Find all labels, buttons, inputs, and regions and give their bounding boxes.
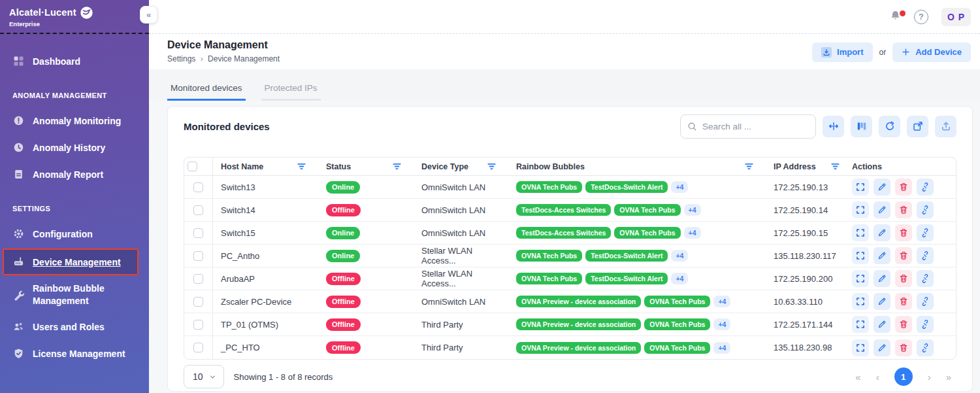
notifications-button[interactable] [890, 10, 901, 24]
status-badge: Offline [326, 296, 361, 308]
device-type-cell: Stellar WLAN Access... [414, 269, 508, 288]
more-bubbles-badge[interactable]: +4 [713, 296, 730, 307]
expand-row-button[interactable] [852, 179, 869, 196]
sidebar-item-users-and-roles[interactable]: Users and Roles [0, 313, 149, 340]
expand-row-button[interactable] [852, 201, 869, 218]
filter-icon[interactable] [830, 162, 840, 171]
sidebar-item-rainbow-bubble-management[interactable]: Rainbow Bubble Management [0, 277, 149, 313]
sidebar-item-configuration[interactable]: Configuration [0, 220, 149, 247]
fit-columns-button[interactable] [823, 116, 844, 137]
edit-device-button[interactable] [874, 316, 890, 333]
more-bubbles-badge[interactable]: +4 [713, 318, 730, 330]
expand-row-button[interactable] [852, 270, 869, 287]
add-device-button[interactable]: Add Device [892, 43, 971, 62]
delete-device-button[interactable] [895, 201, 912, 218]
more-bubbles-badge[interactable]: +4 [671, 273, 688, 284]
more-bubbles-badge[interactable]: +4 [684, 227, 701, 239]
search-input[interactable] [702, 122, 809, 131]
search-icon [687, 122, 697, 131]
table-row: Switch13 Online OmniSwitch LAN OVNA Tech… [184, 176, 956, 199]
sidebar-item-device-management[interactable]: Device Management [3, 248, 139, 275]
more-bubbles-badge[interactable]: +4 [671, 250, 688, 262]
filter-icon[interactable] [487, 162, 497, 171]
more-bubbles-badge[interactable]: +4 [671, 181, 688, 193]
current-page-button[interactable]: 1 [894, 367, 913, 386]
expand-row-button[interactable] [852, 247, 869, 264]
row-checkbox[interactable] [193, 343, 203, 352]
edit-device-button[interactable] [874, 201, 890, 218]
sidebar-item-license-management[interactable]: License Management [0, 340, 149, 367]
sidebar-collapse-button[interactable]: « [140, 6, 157, 24]
row-checkbox[interactable] [193, 182, 203, 192]
delete-device-button[interactable] [895, 179, 912, 196]
prev-page-button[interactable]: ‹ [876, 371, 879, 383]
user-avatar[interactable]: O P [941, 8, 971, 26]
unlink-device-button[interactable] [917, 224, 934, 241]
edit-device-button[interactable] [874, 247, 890, 264]
expand-row-button[interactable] [852, 339, 869, 356]
row-checkbox[interactable] [193, 320, 203, 330]
edit-device-button[interactable] [874, 293, 890, 310]
delete-device-button[interactable] [895, 316, 912, 333]
edit-device-button[interactable] [874, 179, 890, 196]
first-page-button[interactable]: « [855, 371, 860, 383]
delete-device-button[interactable] [895, 247, 912, 264]
breadcrumb-settings[interactable]: Settings [167, 54, 195, 63]
unlink-device-button[interactable] [917, 293, 934, 310]
expand-row-button[interactable] [852, 316, 869, 333]
delete-device-button[interactable] [895, 339, 912, 356]
sidebar-item-anomaly-report[interactable]: Anomaly Report [0, 161, 149, 188]
sidebar-item-anomaly-history[interactable]: Anomaly History [0, 134, 149, 161]
row-checkbox[interactable] [193, 297, 203, 307]
columns-button[interactable] [851, 116, 872, 137]
wrench-icon [13, 290, 24, 301]
filter-icon[interactable] [392, 162, 402, 171]
next-page-button[interactable]: › [928, 371, 931, 383]
device-type-cell: OmniSwitch LAN [414, 205, 508, 215]
table-toolbar [680, 114, 956, 139]
filter-icon[interactable] [744, 162, 754, 171]
unlink-device-button[interactable] [917, 179, 934, 196]
rainbow-bubble-badge: OVNA Tech Pubs [516, 250, 582, 262]
last-page-button[interactable]: » [946, 371, 951, 383]
refresh-button[interactable] [879, 116, 900, 137]
filter-icon[interactable] [297, 162, 306, 171]
unlink-device-button[interactable] [917, 270, 934, 287]
sidebar-item-dashboard[interactable]: Dashboard [0, 48, 149, 75]
more-bubbles-badge[interactable]: +4 [684, 204, 701, 216]
expand-icon [856, 343, 865, 352]
unlink-device-button[interactable] [917, 339, 934, 356]
more-bubbles-badge[interactable]: +4 [713, 342, 730, 354]
row-checkbox[interactable] [193, 228, 203, 238]
edit-device-button[interactable] [874, 270, 890, 287]
page-size-select[interactable]: 10 [184, 365, 224, 388]
unlink-icon [921, 320, 930, 329]
open-new-window-button[interactable] [907, 116, 928, 137]
unlink-device-button[interactable] [917, 316, 934, 333]
row-checkbox[interactable] [193, 251, 203, 261]
delete-device-button[interactable] [895, 270, 912, 287]
export-button[interactable] [935, 116, 956, 137]
select-all-checkbox[interactable] [188, 162, 197, 171]
sidebar-item-anomaly-monitoring[interactable]: Anomaly Monitoring [0, 107, 149, 134]
expand-icon [856, 251, 865, 260]
delete-device-button[interactable] [895, 224, 912, 241]
rainbow-bubble-badge: TestDocs-Acces Switches [516, 204, 611, 216]
col-header-actions: Actions [852, 162, 882, 171]
unlink-device-button[interactable] [917, 201, 934, 218]
breadcrumb-device-management[interactable]: Device Management [208, 54, 280, 63]
edit-device-button[interactable] [874, 224, 890, 241]
expand-row-button[interactable] [852, 224, 869, 241]
row-checkbox[interactable] [193, 205, 203, 215]
row-checkbox[interactable] [193, 274, 203, 284]
unlink-device-button[interactable] [917, 247, 934, 264]
ip-address-cell: 172.25.190.15 [766, 228, 844, 238]
help-button[interactable]: ? [914, 10, 928, 24]
tab-monitored-devices[interactable]: Monitored devices [167, 83, 246, 101]
import-button[interactable]: Import [812, 43, 872, 62]
tab-protected-ips[interactable]: Protected IPs [261, 83, 321, 101]
edit-device-button[interactable] [874, 339, 890, 356]
delete-device-button[interactable] [895, 293, 912, 310]
ip-address-cell: 172.25.190.13 [766, 182, 844, 192]
expand-row-button[interactable] [852, 293, 869, 310]
